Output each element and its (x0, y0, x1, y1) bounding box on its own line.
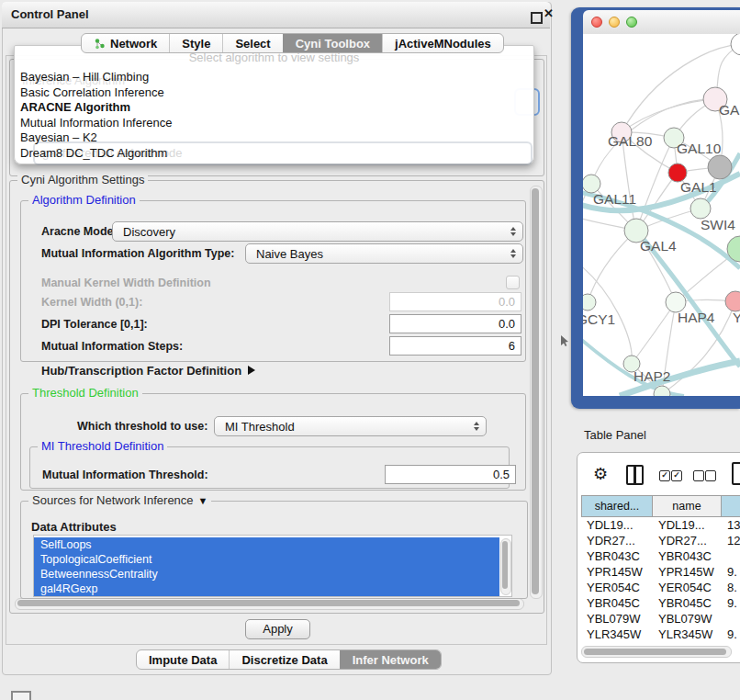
kernel-width-label: Kernel Width (0,1): (41, 296, 142, 309)
data-attributes-list[interactable]: SelfLoops TopologicalCoefficient Between… (33, 535, 512, 597)
document-icon[interactable] (732, 462, 740, 485)
table-h-scrollbar[interactable] (581, 646, 732, 658)
algorithm-option[interactable]: Bayesian – K2 (20, 130, 97, 144)
table-cell[interactable]: 8. (722, 581, 740, 596)
network-node-label: GAL4 (640, 238, 677, 254)
tab-style[interactable]: Style (169, 34, 222, 52)
tab-label: Infer Network (353, 653, 429, 667)
network-node[interactable] (725, 291, 740, 311)
network-node[interactable] (583, 294, 596, 310)
dpi-tolerance-input[interactable]: 0.0 (389, 314, 521, 333)
network-node[interactable] (708, 155, 732, 179)
table-cell[interactable]: YDR27... (653, 534, 722, 549)
column-header[interactable]: name (653, 495, 722, 517)
list-item[interactable]: SelfLoops (34, 537, 499, 552)
mi-steps-label: Mutual Information Steps: (41, 340, 183, 353)
tab-impute-data[interactable]: Impute Data (137, 650, 229, 669)
table-cell[interactable]: YLR345W (581, 627, 653, 643)
table-cell[interactable]: YDL19... (581, 518, 653, 534)
attributes-scrollbar[interactable] (500, 538, 511, 595)
sources-group-title[interactable]: Sources for Network Inference▼ (28, 493, 211, 507)
checked-checkbox-icon[interactable]: ✓ (659, 470, 670, 481)
tab-jactivemnodules[interactable]: jActiveMNodules (382, 34, 503, 52)
tab-select[interactable]: Select (222, 34, 282, 52)
aracne-mode-select[interactable]: Discovery (112, 221, 523, 242)
zoom-traffic-light-icon[interactable] (626, 17, 637, 28)
algorithm-option[interactable]: Bayesian – Hill Climbing (20, 70, 149, 84)
network-canvas[interactable]: GAL GAL80 GAL10 GAL1 GAL11 SWI4 GAL4 GCY… (583, 34, 740, 396)
table-cell[interactable]: YBR045C (581, 596, 653, 612)
unchecked-checkbox-icon[interactable] (693, 470, 704, 481)
float-window-icon[interactable] (531, 12, 543, 24)
hub-section-label: Hub/Transcription Factor Definition (41, 364, 241, 378)
table-cell[interactable]: 13 (722, 518, 740, 534)
network-window-titlebar[interactable] (583, 10, 740, 34)
close-traffic-light-icon[interactable] (591, 17, 602, 28)
table-cell[interactable]: YPR145W (581, 565, 653, 581)
table-cell[interactable] (722, 612, 740, 627)
network-node[interactable] (583, 175, 600, 193)
table-cell[interactable]: YDL19... (653, 518, 722, 534)
table-cell[interactable]: YDR27... (581, 534, 653, 549)
tab-cyni-toolbox[interactable]: Cyni Toolbox (283, 34, 382, 52)
tab-network[interactable]: Network (82, 34, 169, 52)
algorithm-option[interactable]: Dream8 DC_TDC Algorithm (20, 146, 167, 160)
table-cell[interactable]: YIL052C (653, 643, 722, 645)
table-cell[interactable]: 9. (722, 596, 740, 612)
table-cell[interactable]: YBR045C (653, 596, 722, 612)
settings-h-scrollbar[interactable] (15, 598, 524, 610)
application-window: Control Panel ✕ Cyni Algorithm Settings … (0, 0, 740, 700)
spinner-arrows-icon (474, 417, 479, 435)
close-icon[interactable]: ✕ (544, 6, 554, 20)
kernel-width-input[interactable]: 0.0 (389, 292, 521, 311)
list-item[interactable]: gal4RGexp (34, 581, 499, 596)
table-cell[interactable]: 9 (722, 643, 740, 645)
mi-threshold-input[interactable]: 0.5 (385, 465, 516, 484)
table-cell[interactable]: YPR145W (653, 565, 722, 581)
aracne-mode-value: Discovery (123, 225, 175, 239)
bottom-tab-bar: Impute Data Discretize Data Infer Networ… (136, 649, 442, 670)
minimize-traffic-light-icon[interactable] (609, 17, 620, 28)
minimized-panel-icon[interactable] (11, 691, 31, 700)
tab-infer-network[interactable]: Infer Network (340, 650, 441, 669)
manual-kernel-checkbox[interactable] (506, 276, 520, 289)
checked-checkbox-icon[interactable]: ✓ (671, 470, 682, 481)
network-node[interactable] (690, 198, 711, 219)
table-cell[interactable]: YER054C (581, 581, 653, 596)
tab-discretize-data[interactable]: Discretize Data (229, 650, 339, 669)
table-cell[interactable] (722, 549, 740, 565)
table-cell[interactable]: YER054C (653, 581, 722, 596)
column-header[interactable] (722, 495, 740, 517)
algorithm-option-selected[interactable]: ARACNE Algorithm (20, 100, 130, 114)
split-columns-icon[interactable] (626, 465, 644, 485)
unchecked-checkbox-icon[interactable] (705, 470, 716, 481)
table-cell[interactable]: YBR043C (581, 549, 653, 565)
network-node-label: GAL11 (593, 191, 636, 207)
algorithm-dropdown[interactable]: Select algorithm to view settings Infere… (14, 45, 534, 164)
mi-type-select[interactable]: Naive Bayes (245, 243, 523, 264)
table-cell[interactable]: 9. (722, 565, 740, 581)
tab-label: Impute Data (149, 653, 217, 667)
table-cell[interactable]: YLR345W (653, 627, 722, 643)
table-panel-title: Table Panel (584, 428, 646, 442)
algorithm-option[interactable]: Basic Correlation Inference (20, 85, 164, 99)
apply-button[interactable]: Apply (245, 619, 310, 639)
table-cell[interactable]: YBL079W (581, 612, 653, 627)
network-node-label: GAL10 (677, 141, 722, 156)
column-header[interactable]: shared... (581, 495, 653, 517)
algorithm-option[interactable]: Mutual Information Inference (20, 116, 172, 130)
network-node[interactable] (731, 34, 740, 55)
table-cell[interactable]: YBR043C (653, 549, 722, 565)
table-cell[interactable]: YIL052C (581, 643, 653, 645)
table-cell[interactable]: YBL079W (653, 612, 722, 627)
list-item[interactable]: BetweennessCentrality (34, 567, 499, 581)
hub-section-toggle[interactable]: Hub/Transcription Factor Definition (41, 364, 255, 378)
tab-label: Select (235, 37, 270, 51)
which-threshold-select[interactable]: MI Threshold (214, 416, 487, 436)
list-item[interactable]: TopologicalCoefficient (34, 552, 499, 567)
table-cell[interactable]: 12 (722, 534, 740, 549)
settings-scrollbar[interactable] (530, 186, 543, 599)
mi-steps-input[interactable]: 6 (389, 336, 521, 356)
table-cell[interactable]: 9. (722, 627, 740, 643)
gear-icon[interactable]: ⚙ (593, 464, 608, 484)
